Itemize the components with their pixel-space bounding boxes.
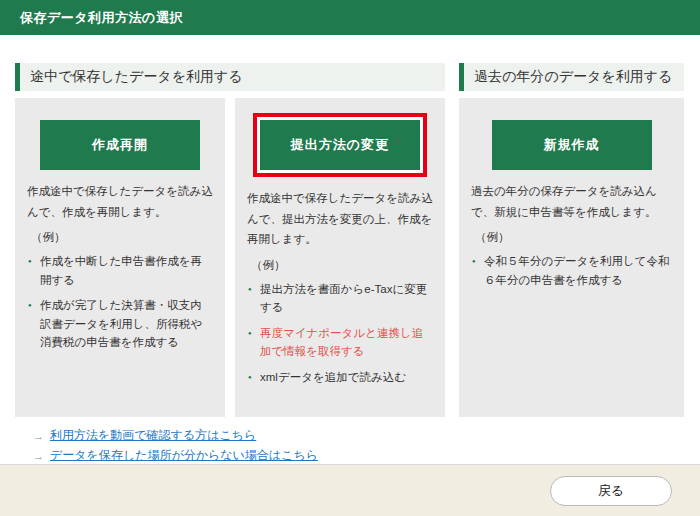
example-label: （例） (471, 230, 672, 245)
back-button[interactable]: 戻る (550, 476, 672, 506)
link-row: → 利用方法を動画で確認する方はこちら (33, 427, 445, 444)
footer-bar: 戻る (0, 464, 700, 516)
list-item: 作成を中断した申告書作成を再開する (27, 252, 213, 289)
card-resume: 作成再開 作成途中で保存したデータを読み込んで、作成を再開します。 （例） 作成… (15, 98, 225, 417)
section-saved-data: 途中で保存したデータを利用する 作成再開 作成途中で保存したデータを読み込んで、… (15, 63, 445, 464)
help-links: → 利用方法を動画で確認する方はこちら → データを保存した場所が分からない場合… (33, 427, 445, 464)
card-change-method: 提出方法の変更 作成途中で保存したデータを読み込んで、提出方法を変更の上、作成を… (235, 98, 445, 417)
video-help-link[interactable]: 利用方法を動画で確認する方はこちら (50, 427, 256, 444)
card-new-creation: 新規作成 過去の年分の保存データを読み込んで、新規に申告書等を作成します。 （例… (459, 98, 684, 417)
change-method-button[interactable]: 提出方法の変更 (260, 120, 420, 170)
arrow-icon: → (33, 450, 44, 462)
resume-button[interactable]: 作成再開 (40, 120, 200, 170)
card-description: 作成途中で保存したデータを読み込んで、作成を再開します。 (27, 181, 213, 222)
list-item: 令和５年分のデータを利用して令和６年分の申告書を作成する (471, 252, 672, 289)
lost-data-help-link[interactable]: データを保存した場所が分からない場合はこちら (50, 447, 318, 464)
list-item: 作成が完了した決算書・収支内訳書データを利用し、所得税や消費税の申告書を作成する (27, 296, 213, 351)
section-heading-right: 過去の年分のデータを利用する (459, 63, 684, 91)
page-title: 保存データ利用方法の選択 (20, 9, 183, 27)
new-creation-button[interactable]: 新規作成 (492, 120, 652, 170)
example-label: （例） (247, 258, 433, 273)
left-cards: 作成再開 作成途中で保存したデータを読み込んで、作成を再開します。 （例） 作成… (15, 98, 445, 417)
right-cards: 新規作成 過去の年分の保存データを読み込んで、新規に申告書等を作成します。 （例… (459, 98, 684, 417)
main-content: 途中で保存したデータを利用する 作成再開 作成途中で保存したデータを読み込んで、… (0, 35, 700, 464)
list-item-red: 再度マイナポータルと連携し追加で情報を取得する (247, 324, 433, 361)
example-label: （例） (27, 230, 213, 245)
example-list: 作成を中断した申告書作成を再開する 作成が完了した決算書・収支内訳書データを利用… (27, 252, 213, 351)
section-past-years: 過去の年分のデータを利用する 新規作成 過去の年分の保存データを読み込んで、新規… (459, 63, 684, 464)
list-item: xmlデータを追加で読み込む (247, 368, 433, 386)
list-item: 提出方法を書面からe-Taxに変更する (247, 280, 433, 317)
card-description: 作成途中で保存したデータを読み込んで、提出方法を変更の上、作成を再開します。 (247, 188, 433, 250)
example-list: 提出方法を書面からe-Taxに変更する 再度マイナポータルと連携し追加で情報を取… (247, 280, 433, 386)
arrow-icon: → (33, 430, 44, 442)
card-description: 過去の年分の保存データを読み込んで、新規に申告書等を作成します。 (471, 181, 672, 222)
highlight-red-frame: 提出方法の変更 (253, 113, 427, 177)
example-list: 令和５年分のデータを利用して令和６年分の申告書を作成する (471, 252, 672, 289)
page: 保存データ利用方法の選択 途中で保存したデータを利用する 作成再開 作成途中で保… (0, 0, 700, 516)
page-header: 保存データ利用方法の選択 (0, 0, 700, 35)
link-row: → データを保存した場所が分からない場合はこちら (33, 447, 445, 464)
section-heading-left: 途中で保存したデータを利用する (15, 63, 445, 91)
